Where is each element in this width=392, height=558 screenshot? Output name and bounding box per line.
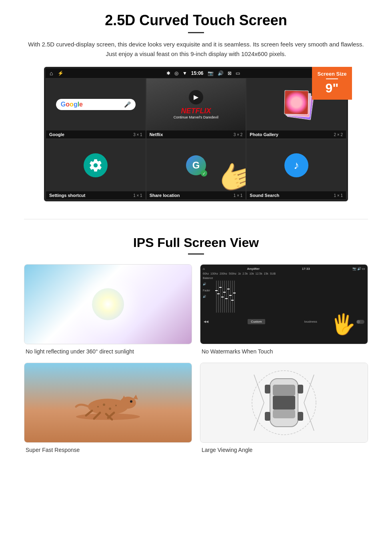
app-cell-google[interactable]: Google 🎤 Google 3 × 1 [46,78,146,139]
eq-slider-6[interactable] [226,281,227,313]
slider-thumb-7 [227,289,230,289]
share-label: Share location [150,193,180,198]
amp-header: ⌂ Amplifier 17:33 📷 🔊 ▭ [203,267,365,271]
svg-rect-22 [298,385,303,393]
feature-label-car: Large Viewing Angle [200,447,368,453]
section1-description: With 2.5D curved-display screen, this de… [24,40,368,59]
app-grid: Google 🎤 Google 3 × 1 [46,78,346,200]
netflix-label-row: Netflix 3 × 2 [146,130,246,138]
app-cell-netflix[interactable]: ▶ NETFLIX Continue Marvel's Daredevil Ne… [146,78,246,139]
feature-label-sunlight: No light reflecting under 360° direct su… [24,348,192,355]
section1-divider [188,32,204,33]
eq-slider-5[interactable] [224,281,225,313]
badge-size: 9" [315,81,349,96]
netflix-logo: NETFLIX [181,107,211,115]
eq-slider-8[interactable] [230,281,231,313]
amp-icons: 📷 🔊 ▭ [352,267,365,271]
status-bar-center: ✱ ◎ ▼ 15:06 📷 🔊 ⊠ ▭ [64,70,342,76]
features-grid: No light reflecting under 360° direct su… [24,264,368,453]
sound-label: Sound Search [250,193,279,198]
status-bar-left: ⌂ ⚡ [50,70,64,76]
feature-img-sunlight [24,264,192,344]
home-icon: ⌂ [50,70,53,76]
badge-title: Screen Size [315,71,349,77]
eq-sliders [216,281,364,313]
window-icon: ▭ [236,70,240,76]
status-bar: ⌂ ⚡ ✱ ◎ ▼ 15:06 📷 🔊 ⊠ ▭ [46,68,346,78]
google-mic-icon[interactable]: 🎤 [124,101,131,108]
volume-icon: 🔊 [218,70,224,76]
amp-balance-label: Balance [203,277,213,279]
feature-label-cheetah: Super Fast Response [24,447,192,453]
feature-car: Large Viewing Angle [200,363,368,453]
status-time: 15:06 [191,70,204,76]
eq-slider-1[interactable] [216,281,217,313]
amp-speaker-icon: 🔊 [203,283,213,286]
sound-search-icon: ♪ [284,153,308,177]
google-label-row: Google 3 × 1 [46,130,146,138]
slider-thumb-8 [229,295,232,296]
feature-img-amplifier: ⌂ Amplifier 17:33 📷 🔊 ▭ 60hz 100hz 200hz… [200,264,368,344]
section1-title: 2.5D Curved Touch Screen [24,12,368,29]
eq-slider-4[interactable] [222,281,223,313]
gallery-stack [280,88,312,120]
google-search-bar[interactable]: Google 🎤 [56,99,136,110]
amp-fader-label: Fader [203,289,213,292]
eq-slider-2[interactable] [218,281,219,313]
section-curved-touch: 2.5D Curved Touch Screen With 2.5D curve… [0,0,392,211]
eq-slider-3[interactable] [220,281,221,313]
slider-thumb-3 [219,287,222,288]
usb-icon: ⚡ [58,70,64,76]
slider-thumb-1 [215,290,218,291]
svg-rect-18 [273,396,295,409]
amp-controls: Balance 🔊 Fader 🔊 [203,277,365,317]
netflix-size: 3 × 2 [234,132,243,137]
google-size: 3 × 1 [133,132,142,137]
settings-preview [46,139,146,191]
feature-label-amplifier: No Watermarks When Touch [200,348,368,355]
settings-label: Settings shortcut [49,193,85,198]
device-mockup: Screen Size 9" ⌂ ⚡ ✱ ◎ ▼ 15:06 📷 [44,67,348,201]
sunlight-visual [24,265,192,344]
amp-side-labels: Balance 🔊 Fader 🔊 [203,277,213,298]
eq-slider-10[interactable] [234,281,235,313]
feature-img-cheetah [24,363,192,443]
google-logo: Google [61,101,83,108]
amp-touch-hand: 🖐 [331,313,356,336]
app-cell-share[interactable]: G ✓ 🫱 Share location 1 × 1 [146,139,246,200]
svg-rect-23 [265,412,270,421]
share-size: 1 × 1 [234,193,243,198]
app-cell-sound[interactable]: ♪ Sound Search 1 × 1 [246,139,346,200]
slider-thumb-10 [233,293,236,293]
gear-icon [88,158,103,173]
amp-loudness-toggle[interactable] [356,320,364,324]
gallery-label-row: Photo Gallery 2 × 2 [246,130,346,138]
feature-sunlight: No light reflecting under 360° direct su… [24,264,192,355]
device-screen: ⌂ ⚡ ✱ ◎ ▼ 15:06 📷 🔊 ⊠ ▭ [44,67,348,201]
section2-divider [188,253,204,255]
settings-label-row: Settings shortcut 1 × 1 [46,191,146,199]
feature-img-car [200,363,368,443]
eq-slider-7[interactable] [228,281,229,313]
bluetooth-icon: ✱ [166,70,170,76]
svg-point-11 [109,407,111,410]
sun-glow [92,288,124,320]
share-preview: G ✓ 🫱 [146,139,246,191]
camera-icon: 📷 [208,70,214,76]
google-preview: Google 🎤 [46,78,146,130]
svg-rect-21 [265,385,270,393]
netflix-preview: ▶ NETFLIX Continue Marvel's Daredevil [146,78,246,130]
amp-speaker2-icon: 🔊 [203,295,213,298]
slider-thumb-4 [221,297,224,297]
amp-custom-btn[interactable]: Custom [248,319,265,324]
slider-thumb-2 [217,293,220,294]
eq-slider-9[interactable] [232,281,233,313]
share-g-icon: G ✓ [186,155,206,175]
app-cell-settings[interactable]: Settings shortcut 1 × 1 [46,139,146,200]
svg-rect-16 [273,385,295,396]
battery-icon: ⊠ [228,70,232,76]
slider-thumb-5 [223,292,226,293]
netflix-label: Netflix [150,132,163,137]
toggle-knob [357,320,360,323]
svg-marker-3 [133,395,138,399]
